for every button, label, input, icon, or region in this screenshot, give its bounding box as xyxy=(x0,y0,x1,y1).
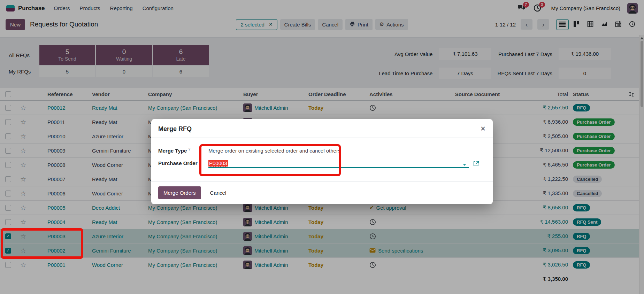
merge-orders-button[interactable]: Merge Orders xyxy=(158,186,201,199)
help-icon[interactable]: ? xyxy=(199,160,201,164)
merge-rfq-dialog: Merge RFQ ✕ Merge Type ? Merge order on … xyxy=(151,119,493,204)
dialog-title: Merge RFQ xyxy=(158,125,192,133)
close-icon[interactable]: ✕ xyxy=(480,125,486,132)
purchase-app-page: Purchase Orders Products Reporting Confi… xyxy=(0,0,644,294)
help-icon[interactable]: ? xyxy=(188,147,190,151)
external-link-icon[interactable] xyxy=(473,160,480,167)
chevron-down-icon[interactable] xyxy=(463,164,466,166)
purchase-order-label: Purchase Order ? xyxy=(158,160,202,166)
purchase-order-input[interactable]: P00003 xyxy=(208,157,486,169)
merge-type-value[interactable]: Merge order on existing selected order a… xyxy=(202,148,486,154)
purchase-order-value[interactable]: P00003 xyxy=(208,160,228,167)
dialog-cancel-button[interactable]: Cancel xyxy=(210,190,227,196)
merge-type-label: Merge Type ? xyxy=(158,147,202,154)
